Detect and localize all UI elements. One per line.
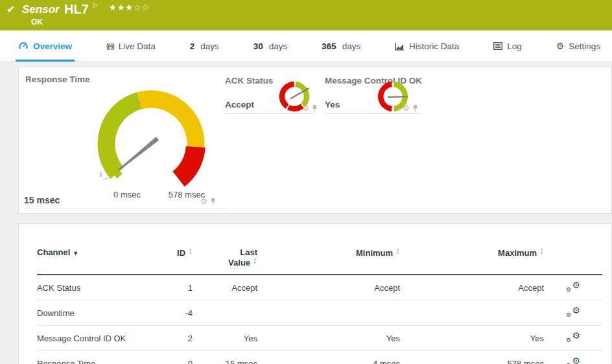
response-time-gauge-title: Response Time — [25, 74, 90, 84]
tab-settings[interactable]: ⚙ Settings — [554, 30, 603, 62]
tab-365-days-label: days — [342, 41, 361, 51]
tab-log[interactable]: Log — [491, 30, 524, 62]
tab-30-days[interactable]: 30 days — [251, 30, 290, 62]
channel-maximum: Accept — [400, 275, 544, 301]
gear-icon: ⚙ — [556, 41, 565, 51]
channel-minimum: Accept — [257, 275, 400, 301]
tab-live-data-label: Live Data — [119, 41, 156, 51]
channels-panel: Channel▼ ID▲▼ Last Value▲▼ Minimum▲▼ Max… — [18, 223, 612, 364]
tab-365-days[interactable]: 365 days — [319, 30, 363, 62]
gauge-icon — [18, 41, 29, 51]
channel-last-value — [193, 301, 257, 326]
channel-maximum: 578 msec — [400, 351, 544, 364]
sort-desc-icon: ▼ — [73, 250, 78, 256]
channel-settings-gears-icon[interactable]: ⚙⚙ — [566, 332, 580, 343]
sensor-page: ✔ Sensor HL7 ⚐ ★★★☆☆ OK Overview ((•)) L… — [0, 0, 612, 364]
table-row: Downtime -4 ⚙⚙ — [37, 301, 602, 326]
table-row: Response Time 0 15 msec 4 msec 578 msec … — [37, 351, 602, 364]
channel-id: -4 — [154, 301, 193, 326]
column-header-channel[interactable]: Channel▼ — [37, 242, 154, 275]
sort-icon: ▲▼ — [253, 257, 257, 265]
pin-icon[interactable] — [412, 105, 418, 112]
tab-overview[interactable]: Overview — [16, 30, 75, 62]
chart-icon — [395, 42, 405, 51]
pin-icon[interactable] — [312, 105, 318, 112]
channel-last-value: 15 msec — [193, 351, 257, 364]
gauges-panel: Response Time x̄ 0 msec 578 msec 15 msec… — [18, 67, 612, 214]
ack-status-value: Accept — [225, 100, 254, 109]
tab-2-days-number: 2 — [190, 41, 195, 51]
ok-check-icon: ✔ — [6, 3, 15, 16]
table-header-row: Channel▼ ID▲▼ Last Value▲▼ Minimum▲▼ Max… — [37, 242, 602, 275]
gauge-scale-min: 0 msec — [106, 190, 148, 199]
sort-icon: ▲▼ — [395, 247, 400, 255]
channel-name: Message Control ID OK — [37, 326, 154, 351]
channel-id: 0 — [154, 351, 193, 364]
tab-2-days-label: days — [200, 41, 219, 51]
tab-live-data[interactable]: ((•)) Live Data — [104, 30, 158, 62]
priority-flag-icon[interactable]: ⚐ — [92, 2, 99, 10]
response-time-gauge: x̄ — [86, 79, 216, 188]
channel-name: Downtime — [37, 301, 154, 326]
channel-id: 1 — [154, 275, 193, 301]
channels-table: Channel▼ ID▲▼ Last Value▲▼ Minimum▲▼ Max… — [37, 242, 602, 364]
channel-minimum — [257, 301, 400, 326]
channel-id: 2 — [154, 326, 193, 351]
channel-name: Response Time — [37, 351, 154, 364]
log-icon — [493, 42, 502, 50]
ack-status-gauge-title: ACK Status — [225, 76, 273, 85]
channel-settings-gears-icon[interactable]: ⚙⚙ — [566, 306, 580, 317]
priority-stars[interactable]: ★★★☆☆ — [109, 3, 150, 12]
channel-minimum: 4 msec — [257, 351, 400, 364]
channel-settings-gears-icon[interactable]: ⚙⚙ — [566, 357, 580, 364]
gauge-needle — [388, 97, 408, 97]
live-data-icon: ((•)) — [106, 43, 114, 50]
tab-30-days-label: days — [269, 41, 288, 51]
channel-settings-gears-icon[interactable]: ⚙⚙ — [566, 281, 580, 292]
response-time-widget-icons: ⚙ — [200, 198, 216, 205]
tab-settings-label: Settings — [569, 41, 600, 51]
column-header-id[interactable]: ID▲▼ — [154, 242, 193, 275]
object-type-label: Sensor — [22, 3, 60, 16]
table-row: ACK Status 1 Accept Accept Accept ⚙⚙ — [37, 275, 602, 301]
tab-365-days-number: 365 — [322, 41, 336, 51]
tab-historic-data-label: Historic Data — [409, 41, 459, 51]
channel-last-value: Accept — [193, 275, 257, 301]
gauge-needle — [115, 137, 159, 173]
channel-maximum — [400, 301, 544, 326]
message-control-widget-icons: ⚙ — [403, 104, 418, 112]
widget-gear-icon[interactable]: ⚙ — [302, 104, 309, 112]
column-header-minimum[interactable]: Minimum▲▼ — [257, 242, 400, 275]
ack-status-widget-icons: ⚙ — [302, 104, 318, 112]
column-header-maximum[interactable]: Maximum▲▼ — [400, 242, 544, 275]
channel-maximum: Yes — [400, 326, 544, 351]
sensor-name: HL7 — [64, 2, 89, 17]
sort-icon: ▲▼ — [188, 247, 193, 255]
message-control-value: Yes — [325, 100, 340, 109]
tab-log-label: Log — [507, 41, 522, 51]
tab-historic-data[interactable]: Historic Data — [392, 30, 462, 62]
tab-30-days-number: 30 — [253, 41, 263, 51]
sensor-status-header: ✔ Sensor HL7 ⚐ ★★★☆☆ OK — [0, 0, 612, 30]
channel-name: ACK Status — [37, 275, 154, 301]
sort-icon: ▲▼ — [539, 247, 544, 255]
status-badge: OK — [31, 17, 43, 27]
pin-icon[interactable] — [210, 198, 216, 205]
widget-gear-icon[interactable]: ⚙ — [200, 198, 207, 205]
column-header-last-value[interactable]: Last Value▲▼ — [193, 242, 257, 275]
tab-bar: Overview ((•)) Live Data 2 days 30 days … — [0, 30, 612, 62]
widget-gear-icon[interactable]: ⚙ — [403, 104, 410, 112]
tab-2-days[interactable]: 2 days — [187, 30, 222, 62]
average-marker: x̄ — [99, 171, 102, 178]
response-time-value: 15 msec — [24, 195, 60, 205]
tab-overview-label: Overview — [33, 41, 72, 51]
channel-last-value: Yes — [193, 326, 257, 351]
table-row: Message Control ID OK 2 Yes Yes Yes ⚙⚙ — [37, 326, 602, 351]
channel-minimum: Yes — [257, 326, 400, 351]
